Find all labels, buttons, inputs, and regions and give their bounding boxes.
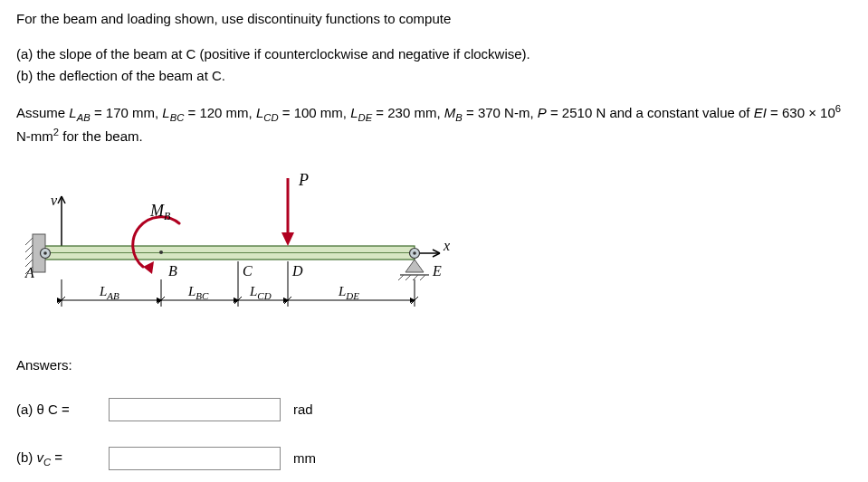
svg-line-9 (25, 238, 33, 245)
point-d-label: D (291, 263, 303, 279)
svg-marker-27 (281, 232, 294, 246)
dim-lab: LAB (99, 284, 119, 301)
answer-a-unit: rad (293, 402, 313, 417)
v-c-input[interactable] (109, 447, 281, 470)
beam-svg: v x (16, 160, 451, 336)
answer-a-label: (a) θ C = (16, 402, 100, 417)
answer-b-label: (b) vC = (16, 449, 100, 468)
part-a-line: (a) the slope of the beam at C (positive… (16, 44, 852, 65)
dim-lcd: LCD (249, 284, 272, 301)
axis-v-label: v (51, 193, 58, 208)
svg-point-23 (413, 251, 416, 255)
svg-line-21 (420, 275, 425, 280)
axis-x-label: x (443, 238, 450, 253)
answer-row-b: (b) vC = mm (16, 447, 852, 470)
dim-lde: LDE (338, 284, 359, 301)
beam-figure: v x (16, 160, 852, 339)
answer-row-a: (a) θ C = rad (16, 398, 852, 421)
answer-b-unit: mm (293, 450, 316, 466)
moment-label: MB (149, 202, 171, 222)
assume-line: Assume LAB = 170 mm, LBC = 120 mm, LCD =… (16, 101, 852, 147)
problem-statement: For the beam and loading shown, use disc… (16, 9, 852, 147)
svg-marker-24 (143, 261, 154, 274)
point-a-label: A (24, 265, 34, 280)
svg-point-15 (43, 251, 47, 255)
dim-lbc: LBC (187, 284, 209, 301)
point-e-label: E (432, 263, 442, 279)
point-b-label: B (168, 263, 177, 279)
svg-point-25 (159, 250, 163, 254)
answers-header: Answers: (16, 357, 852, 373)
intro-line: For the beam and loading shown, use disc… (16, 9, 852, 30)
svg-line-20 (413, 275, 418, 280)
svg-line-10 (25, 245, 33, 252)
load-p-label: P (298, 171, 309, 189)
svg-marker-16 (405, 260, 424, 272)
point-c-label: C (243, 263, 253, 279)
svg-line-11 (25, 252, 33, 260)
theta-c-input[interactable] (109, 398, 281, 421)
svg-line-18 (398, 275, 404, 280)
svg-line-19 (405, 275, 411, 280)
part-b-line: (b) the deflection of the beam at C. (16, 66, 852, 87)
